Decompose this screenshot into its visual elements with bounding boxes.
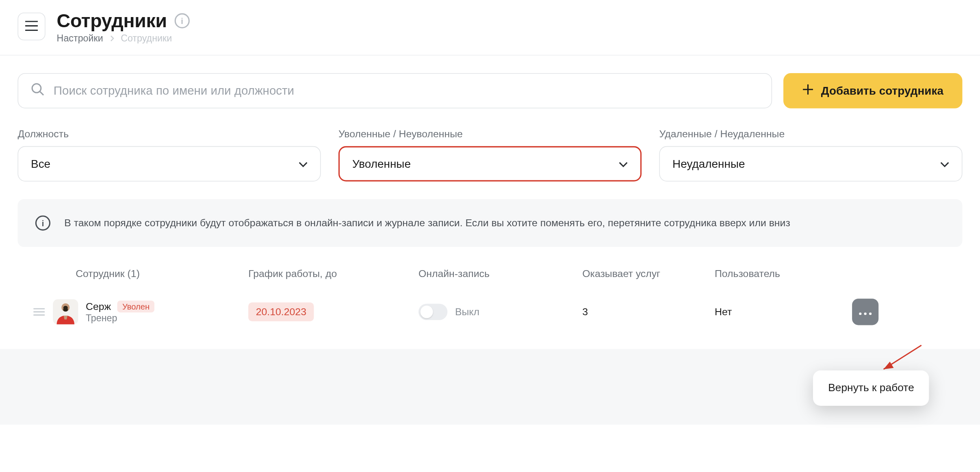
breadcrumb-current: Сотрудники — [121, 33, 172, 43]
row-actions-popover: Вернуть к работе — [813, 370, 929, 406]
svg-point-4 — [864, 312, 867, 315]
info-icon[interactable]: i — [174, 13, 189, 28]
svg-point-5 — [869, 312, 872, 315]
services-count: 3 — [582, 306, 588, 317]
employee-role: Тренер — [86, 312, 155, 323]
info-banner-text: В таком порядке сотрудники будут отображ… — [64, 217, 790, 229]
employee-name[interactable]: Серж — [86, 301, 111, 312]
page-title: Сотрудники — [57, 10, 167, 32]
return-to-work-action[interactable]: Вернуть к работе — [828, 382, 914, 394]
menu-button[interactable] — [17, 13, 45, 40]
info-banner: i В таком порядке сотрудники будут отобр… — [17, 199, 962, 247]
chevron-down-icon — [299, 157, 308, 171]
filter-position-select[interactable]: Все — [17, 146, 321, 182]
filter-deleted-label: Удаленные / Неудаленные — [659, 128, 962, 140]
info-icon: i — [35, 215, 50, 230]
dots-horizontal-icon — [859, 307, 872, 316]
plus-icon — [802, 84, 813, 98]
online-toggle[interactable] — [418, 304, 447, 320]
col-services: Оказывает услуг — [582, 268, 715, 280]
row-actions-button[interactable] — [852, 299, 878, 325]
chevron-right-icon — [109, 33, 114, 43]
chevron-down-icon — [940, 157, 949, 171]
online-toggle-label: Выкл — [455, 306, 479, 318]
filter-dismissed-value: Уволенные — [352, 157, 411, 171]
avatar — [53, 299, 78, 325]
filter-dismissed-select[interactable]: Уволенные — [338, 146, 642, 182]
filter-position-value: Все — [31, 157, 50, 171]
user-value: Нет — [715, 306, 732, 317]
svg-point-3 — [859, 312, 861, 315]
chevron-down-icon — [619, 157, 628, 171]
filter-deleted-value: Неудаленные — [672, 157, 745, 171]
hamburger-icon — [25, 20, 38, 32]
col-employee: Сотрудник (1) — [53, 268, 248, 280]
filter-deleted-select[interactable]: Неудаленные — [659, 146, 962, 182]
col-user: Пользователь — [715, 268, 835, 280]
table-row: Серж Уволен Тренер 20.10.2023 Выкл 3 Нет — [17, 292, 962, 331]
table-header: Сотрудник (1) График работы, до Онлайн-з… — [17, 268, 962, 280]
search-field-wrap[interactable] — [17, 73, 772, 108]
breadcrumb: Настройки Сотрудники — [57, 33, 190, 43]
schedule-date: 20.10.2023 — [248, 303, 314, 322]
breadcrumb-root[interactable]: Настройки — [57, 33, 103, 43]
filter-dismissed-label: Уволенные / Неуволенные — [338, 128, 642, 140]
search-input[interactable] — [54, 84, 759, 97]
col-schedule: График работы, до — [248, 268, 418, 280]
search-icon — [31, 82, 45, 99]
svg-point-0 — [32, 84, 41, 93]
add-employee-label: Добавить сотрудника — [821, 84, 943, 97]
col-online: Онлайн-запись — [418, 268, 582, 280]
status-badge: Уволен — [117, 301, 155, 312]
filter-position-label: Должность — [17, 128, 321, 140]
drag-handle-icon[interactable] — [25, 308, 53, 316]
add-employee-button[interactable]: Добавить сотрудника — [783, 73, 963, 108]
